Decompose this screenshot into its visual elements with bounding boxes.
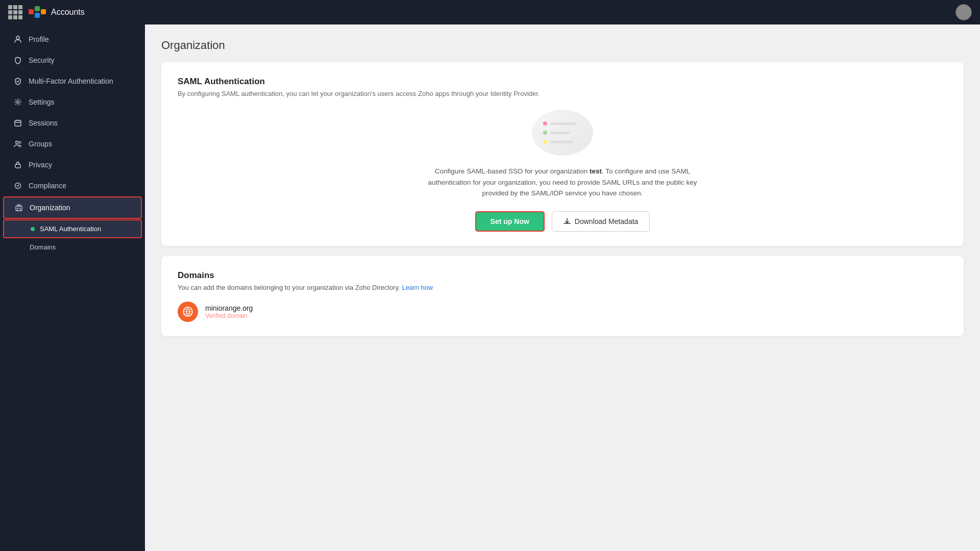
topbar: Accounts bbox=[0, 0, 980, 24]
domain-verified-status: Verified domain bbox=[205, 312, 253, 319]
sidebar-label-mfa: Multi-Factor Authentication bbox=[29, 77, 113, 85]
saml-buttons-row: Set up Now Download Metadata bbox=[178, 211, 947, 232]
sidebar-label-profile: Profile bbox=[29, 35, 49, 43]
domains-card-desc: You can add the domains belonging to you… bbox=[178, 284, 947, 291]
gear-icon bbox=[13, 97, 22, 107]
saml-card: SAML Authentication By configuring SAML … bbox=[161, 62, 964, 246]
shield-icon bbox=[13, 56, 22, 65]
app-title: Accounts bbox=[51, 8, 955, 17]
sidebar-item-security[interactable]: Security bbox=[3, 50, 142, 70]
sidebar-label-groups: Groups bbox=[29, 140, 52, 148]
saml-body-text: Configure SAML-based SSO for your organi… bbox=[420, 166, 705, 199]
sidebar: Profile Security Multi-Factor Authentica… bbox=[0, 24, 145, 551]
setup-now-button[interactable]: Set up Now bbox=[475, 211, 545, 232]
sidebar-label-sessions: Sessions bbox=[29, 119, 58, 127]
download-metadata-button[interactable]: Download Metadata bbox=[552, 211, 650, 232]
sidebar-label-security: Security bbox=[29, 56, 55, 64]
sidebar-sub-label-domains: Domains bbox=[30, 243, 56, 251]
person-icon bbox=[13, 35, 22, 44]
sidebar-item-groups[interactable]: Groups bbox=[3, 134, 142, 154]
saml-card-title: SAML Authentication bbox=[178, 77, 947, 87]
sidebar-item-privacy[interactable]: Privacy bbox=[3, 155, 142, 175]
building-icon bbox=[14, 203, 23, 212]
domains-card-title: Domains bbox=[178, 270, 947, 281]
sidebar-sub-label-saml: SAML Authentication bbox=[40, 225, 101, 233]
saml-illustration bbox=[178, 110, 947, 156]
learn-how-link[interactable]: Learn how bbox=[402, 284, 433, 291]
svg-point-7 bbox=[16, 141, 18, 144]
domain-name: miniorange.org bbox=[205, 304, 253, 312]
sidebar-item-sessions[interactable]: Sessions bbox=[3, 113, 142, 133]
zoho-logo bbox=[29, 6, 47, 18]
sidebar-item-profile[interactable]: Profile bbox=[3, 29, 142, 49]
page-title: Organization bbox=[161, 39, 964, 52]
calendar-icon bbox=[13, 118, 22, 128]
user-avatar[interactable] bbox=[955, 4, 972, 20]
svg-point-8 bbox=[19, 141, 21, 143]
sidebar-item-organization[interactable]: Organization bbox=[3, 196, 142, 219]
saml-card-desc: By configuring SAML authentication, you … bbox=[178, 90, 947, 97]
sidebar-sub-item-saml[interactable]: SAML Authentication bbox=[3, 219, 142, 238]
apps-grid-icon[interactable] bbox=[8, 5, 22, 19]
sidebar-item-mfa[interactable]: Multi-Factor Authentication bbox=[3, 71, 142, 91]
svg-point-5 bbox=[17, 101, 19, 104]
svg-rect-2 bbox=[35, 13, 40, 18]
compliance-icon bbox=[13, 181, 22, 190]
domain-item: miniorange.org Verified domain bbox=[178, 302, 947, 322]
sidebar-label-organization: Organization bbox=[30, 204, 70, 212]
shield-check-icon bbox=[13, 77, 22, 86]
sidebar-label-settings: Settings bbox=[29, 98, 55, 106]
download-metadata-label: Download Metadata bbox=[575, 217, 639, 226]
sidebar-item-settings[interactable]: Settings bbox=[3, 92, 142, 112]
svg-rect-9 bbox=[15, 164, 20, 168]
svg-rect-3 bbox=[41, 9, 46, 14]
sidebar-sub-item-domains[interactable]: Domains bbox=[3, 239, 142, 256]
sidebar-label-privacy: Privacy bbox=[29, 161, 52, 169]
svg-point-4 bbox=[16, 36, 19, 39]
lock-icon bbox=[13, 160, 22, 169]
active-dot-icon bbox=[31, 227, 35, 231]
content-area: Organization SAML Authentication By conf… bbox=[145, 24, 980, 551]
domains-card: Domains You can add the domains belongin… bbox=[161, 256, 964, 336]
sidebar-item-compliance[interactable]: Compliance bbox=[3, 176, 142, 196]
svg-rect-1 bbox=[35, 6, 40, 11]
sidebar-label-compliance: Compliance bbox=[29, 182, 66, 190]
download-icon bbox=[564, 218, 571, 225]
domain-info: miniorange.org Verified domain bbox=[205, 304, 253, 319]
people-icon bbox=[13, 139, 22, 148]
main-layout: Profile Security Multi-Factor Authentica… bbox=[0, 24, 980, 551]
domain-globe-icon bbox=[178, 302, 198, 322]
svg-rect-0 bbox=[29, 9, 34, 14]
svg-rect-6 bbox=[15, 120, 21, 126]
